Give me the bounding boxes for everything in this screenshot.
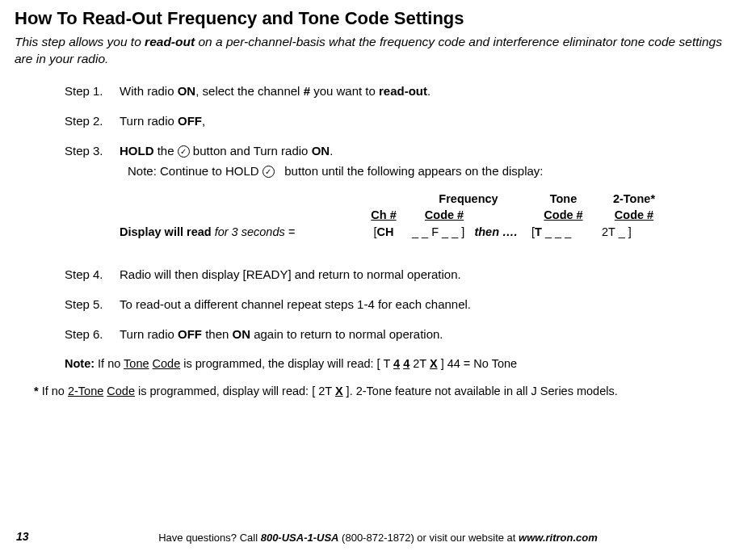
step-label: Step 3.: [65, 142, 120, 253]
subtitle: This step allows you to read-out on a pe…: [15, 33, 741, 68]
step-5: Step 5. To read-out a different channel …: [65, 296, 741, 313]
step-content: With radio ON, select the channel # you …: [120, 82, 741, 99]
note-section: Note: If no Tone Code is programmed, the…: [65, 355, 741, 372]
page-title: How To Read-Out Frequency and Tone Code …: [15, 6, 741, 32]
display-table: Display will read for 3 seconds = Ch # […: [120, 191, 741, 240]
footer: Have questions? Call 800-USA-1-USA (800-…: [0, 531, 756, 545]
check-button-icon: ✓: [262, 166, 275, 178]
steps-container: Step 1. With radio ON, select the channe…: [65, 82, 741, 343]
step-2: Step 2. Turn radio OFF,: [65, 112, 741, 129]
step-label: Step 2.: [65, 112, 120, 129]
step-content: Radio will then display [READY] and retu…: [120, 266, 741, 283]
star-note: * If no 2-Tone Code is programmed, displ…: [34, 383, 741, 399]
step-content: Turn radio OFF,: [120, 112, 741, 129]
check-button-icon: ✓: [178, 145, 190, 158]
step-label: Step 5.: [65, 296, 120, 313]
step-label: Step 1.: [65, 82, 120, 99]
step-6: Step 6. Turn radio OFF then ON again to …: [65, 326, 741, 343]
step-3: Step 3. HOLD the ✓ button and Turn radio…: [65, 142, 741, 253]
step-1: Step 1. With radio ON, select the channe…: [65, 82, 741, 99]
step-3-note: Note: Continue to HOLD ✓ button until th…: [128, 162, 741, 179]
step-content: Turn radio OFF then ON again to return t…: [120, 326, 741, 343]
step-content: To read-out a different channel repeat s…: [120, 296, 741, 313]
step-label: Step 4.: [65, 266, 120, 283]
step-label: Step 6.: [65, 326, 120, 343]
step-content: HOLD the ✓ button and Turn radio ON. Not…: [120, 142, 741, 253]
step-4: Step 4. Radio will then display [READY] …: [65, 266, 741, 283]
